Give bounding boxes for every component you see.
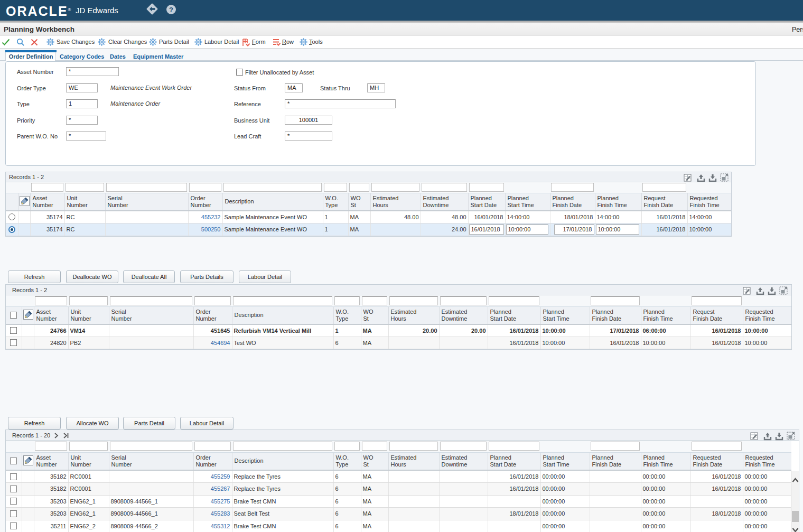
svg-text:?: ? bbox=[169, 6, 173, 14]
